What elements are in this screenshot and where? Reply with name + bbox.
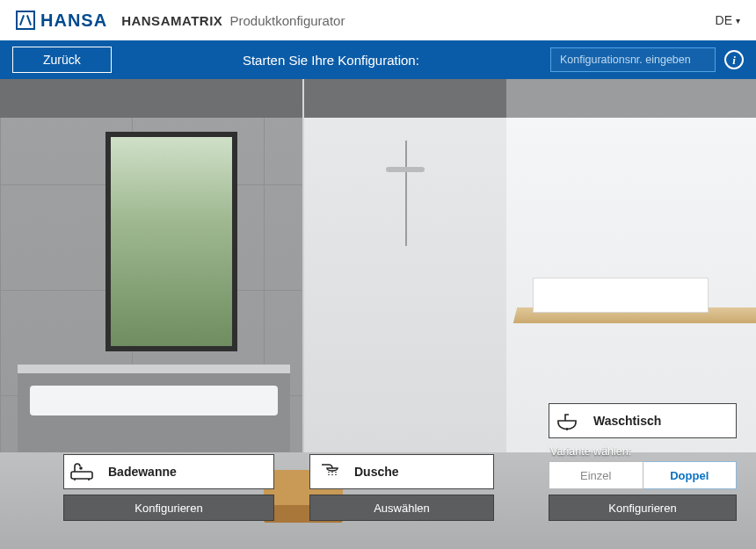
configure-badewanne-button[interactable]: Konfigurieren: [63, 495, 274, 521]
start-config-text: Starten Sie Ihre Konfiguration:: [112, 53, 550, 68]
configure-waschtisch-button[interactable]: Konfigurieren: [549, 495, 737, 521]
card-dusche-title: Dusche: [354, 465, 399, 479]
card-waschtisch-header: Waschtisch: [549, 403, 737, 438]
svg-rect-0: [71, 472, 92, 479]
card-badewanne-header: Badewanne: [63, 454, 274, 489]
brand-logo-mark-icon: [16, 11, 35, 30]
card-waschtisch: Waschtisch Variante wählen: Einzel Doppe…: [549, 403, 737, 521]
card-badewanne-title: Badewanne: [108, 465, 177, 479]
card-badewanne: Badewanne Konfigurieren: [63, 454, 274, 521]
back-button[interactable]: Zurück: [12, 47, 112, 73]
top-header: HANSA HANSAMATRIX Produktkonfigurator DE…: [0, 0, 756, 40]
select-dusche-button[interactable]: Auswählen: [309, 495, 494, 521]
brand-logo-text: HANSA: [40, 11, 107, 31]
shower-icon: [310, 455, 345, 488]
washbasin-icon: [549, 404, 585, 437]
product-title-bold: HANSAMATRIX: [121, 13, 222, 28]
variant-doppel-button[interactable]: Doppel: [643, 461, 738, 489]
card-dusche: Dusche Auswählen: [309, 454, 494, 521]
scene-stage: Badewanne Konfigurieren Dusche Auswählen: [0, 79, 756, 549]
card-waschtisch-title: Waschtisch: [593, 414, 661, 428]
language-code: DE: [716, 13, 732, 27]
info-icon[interactable]: i: [724, 50, 744, 69]
chevron-down-icon: ▾: [736, 16, 740, 25]
card-dusche-header: Dusche: [309, 454, 494, 489]
config-number-input[interactable]: [550, 47, 716, 72]
variant-segmented: Einzel Doppel: [549, 461, 737, 489]
variant-label: Variante wählen:: [550, 445, 735, 458]
product-title-sub: Produktkonfigurator: [230, 13, 345, 28]
variant-einzel-button[interactable]: Einzel: [549, 461, 643, 489]
action-bar: Zurück Starten Sie Ihre Konfiguration: i: [0, 40, 756, 79]
svg-point-1: [80, 467, 82, 469]
brand-logo: HANSA: [16, 11, 107, 31]
language-selector[interactable]: DE ▾: [716, 13, 740, 27]
product-title: HANSAMATRIX Produktkonfigurator: [121, 13, 345, 28]
bathtub-icon: [64, 455, 99, 488]
